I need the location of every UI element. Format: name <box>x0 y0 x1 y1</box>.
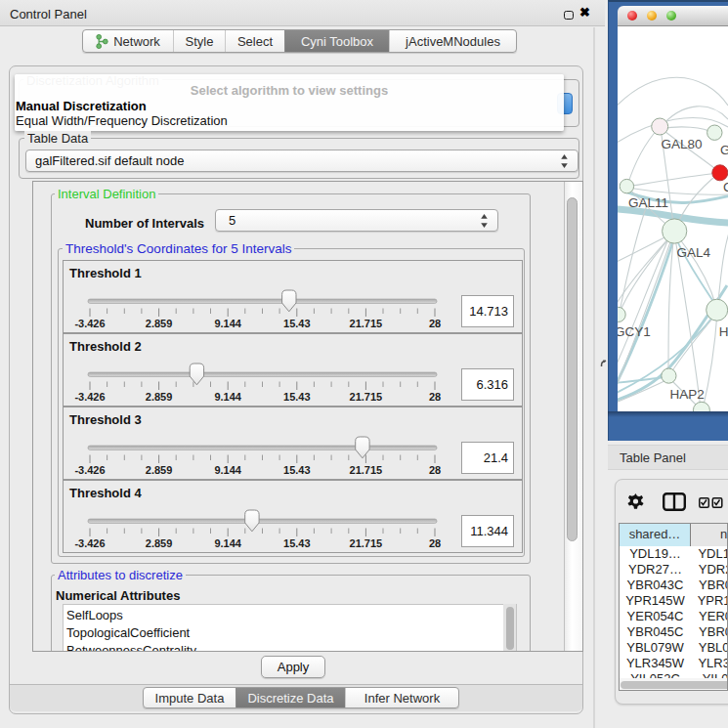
svg-text:GAL80: GAL80 <box>661 137 702 151</box>
svg-text:-3.426: -3.426 <box>74 391 105 403</box>
svg-text:2.859: 2.859 <box>146 464 173 476</box>
svg-text:21.715: 21.715 <box>350 464 383 476</box>
svg-text:9.144: 9.144 <box>214 537 241 549</box>
svg-text:2.859: 2.859 <box>146 391 173 403</box>
svg-text:-3.426: -3.426 <box>74 537 105 549</box>
svg-text:G.: G. <box>720 143 728 157</box>
svg-text:GAL4: GAL4 <box>677 245 711 260</box>
svg-text:GCY1: GCY1 <box>618 324 651 339</box>
svg-text:28: 28 <box>429 537 441 549</box>
svg-text:28: 28 <box>429 318 441 329</box>
svg-text:H: H <box>719 324 728 339</box>
svg-text:2.859: 2.859 <box>146 537 173 549</box>
svg-text:28: 28 <box>429 464 441 476</box>
svg-text:C: C <box>723 180 728 194</box>
svg-text:9.144: 9.144 <box>214 391 241 403</box>
svg-text:21.715: 21.715 <box>350 318 383 329</box>
svg-text:GAL11: GAL11 <box>628 195 668 210</box>
svg-text:21.715: 21.715 <box>350 391 383 403</box>
svg-text:2.859: 2.859 <box>146 318 173 329</box>
svg-text:15.43: 15.43 <box>283 391 311 403</box>
svg-text:-3.426: -3.426 <box>74 318 105 329</box>
svg-text:HAP2: HAP2 <box>669 387 704 402</box>
svg-text:-3.426: -3.426 <box>74 464 105 476</box>
svg-text:21.715: 21.715 <box>350 537 383 549</box>
svg-text:15.43: 15.43 <box>283 537 311 549</box>
svg-text:9.144: 9.144 <box>214 318 241 329</box>
svg-text:28: 28 <box>429 391 441 403</box>
svg-text:15.43: 15.43 <box>283 464 311 476</box>
svg-text:9.144: 9.144 <box>214 464 241 476</box>
svg-text:15.43: 15.43 <box>283 318 311 329</box>
